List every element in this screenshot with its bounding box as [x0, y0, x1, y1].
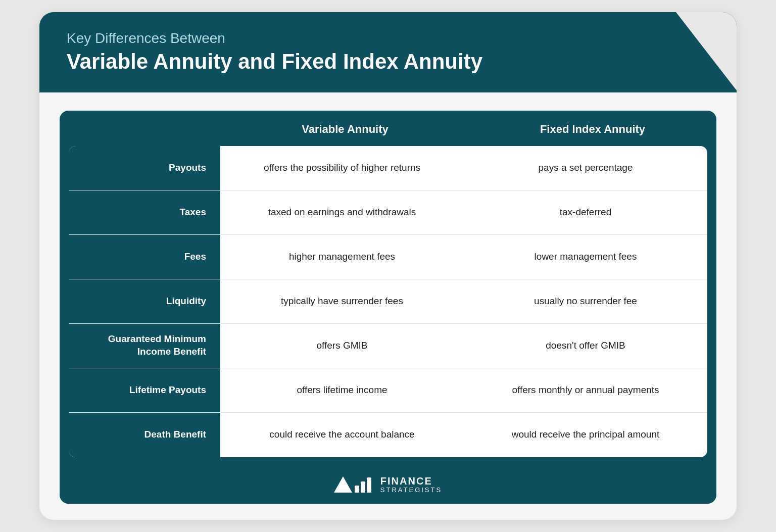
row-cell-taxes-variable: taxed on earnings and withdrawals [220, 190, 464, 234]
row-cell-taxes-fixed: tax-deferred [464, 190, 707, 234]
footer-logo: FINANCE STRATEGISTS [60, 466, 716, 504]
row-cell-gmib-fixed: doesn't offer GMIB [464, 324, 707, 368]
table-header: Variable Annuity Fixed Index Annuity [60, 111, 716, 146]
row-cell-death-fixed: would receive the principal amount [464, 413, 707, 457]
table-row: Lifetime Payouts offers lifetime income … [69, 368, 707, 413]
table-header-col1: Variable Annuity [221, 123, 469, 136]
logo-strategists-text: STRATEGISTS [380, 487, 442, 494]
row-label-fees: Fees [69, 235, 220, 279]
table-body: Payouts offers the possibility of higher… [60, 146, 716, 466]
table-inner: Payouts offers the possibility of higher… [69, 146, 707, 457]
header-title: Variable Annuity and Fixed Index Annuity [67, 50, 709, 74]
logo-triangle [334, 476, 352, 493]
row-cell-liquidity-variable: typically have surrender fees [220, 279, 464, 323]
row-cell-liquidity-fixed: usually no surrender fee [464, 279, 707, 323]
row-label-liquidity: Liquidity [69, 279, 220, 323]
table-header-col2: Fixed Index Annuity [469, 123, 716, 136]
row-label-taxes: Taxes [69, 190, 220, 234]
logo-text: FINANCE STRATEGISTS [380, 475, 442, 494]
table-row: Guaranteed Minimum Income Benefit offers… [69, 324, 707, 368]
logo-bar-1 [355, 486, 359, 493]
header: Key Differences Between Variable Annuity… [39, 12, 737, 92]
content-area: Variable Annuity Fixed Index Annuity Pay… [39, 92, 737, 520]
logo-icon [334, 476, 371, 493]
row-cell-fees-fixed: lower management fees [464, 235, 707, 279]
row-cell-fees-variable: higher management fees [220, 235, 464, 279]
logo-bar-3 [367, 477, 371, 493]
table-row: Death Benefit could receive the account … [69, 413, 707, 457]
row-label-payouts: Payouts [69, 146, 220, 190]
table-row: Taxes taxed on earnings and withdrawals … [69, 190, 707, 235]
row-label-lifetime: Lifetime Payouts [69, 368, 220, 412]
row-cell-payouts-fixed: pays a set percentage [464, 146, 707, 190]
logo-finance-text: FINANCE [380, 475, 432, 487]
row-cell-lifetime-fixed: offers monthly or annual payments [464, 368, 707, 412]
logo-bar-2 [361, 481, 365, 493]
main-card: Key Differences Between Variable Annuity… [39, 12, 737, 520]
row-label-death: Death Benefit [69, 413, 220, 457]
row-cell-death-variable: could receive the account balance [220, 413, 464, 457]
row-cell-lifetime-variable: offers lifetime income [220, 368, 464, 412]
row-cell-gmib-variable: offers GMIB [220, 324, 464, 368]
comparison-table: Variable Annuity Fixed Index Annuity Pay… [60, 111, 716, 504]
row-cell-payouts-variable: offers the possibility of higher returns [220, 146, 464, 190]
row-label-gmib: Guaranteed Minimum Income Benefit [69, 324, 220, 368]
table-row: Liquidity typically have surrender fees … [69, 279, 707, 324]
table-row: Payouts offers the possibility of higher… [69, 146, 707, 190]
header-subtitle: Key Differences Between [67, 30, 709, 46]
table-row: Fees higher management fees lower manage… [69, 235, 707, 279]
